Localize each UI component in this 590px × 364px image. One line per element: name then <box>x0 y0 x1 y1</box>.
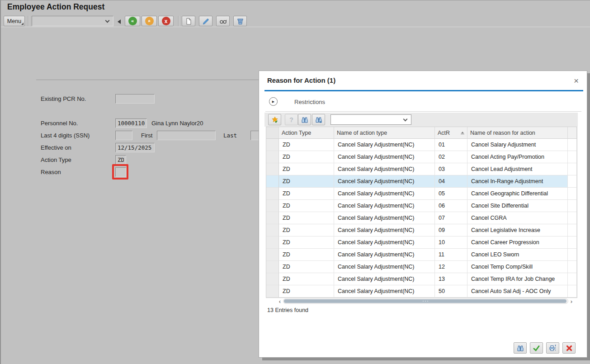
cell-reason[interactable]: Cancel In-Range Adjustment <box>467 175 568 188</box>
cell-action-name[interactable]: Cancel Salary Adjustment(NC) <box>334 188 435 200</box>
action-type-input[interactable] <box>115 155 126 165</box>
cell-action-name[interactable]: Cancel Salary Adjustment(NC) <box>334 224 435 236</box>
cell-actr[interactable]: 50 <box>435 285 467 298</box>
dialog-print-button[interactable] <box>546 342 559 354</box>
dialog-confirm-button[interactable] <box>530 342 543 354</box>
column-header-reason[interactable]: Name of reason for action <box>467 127 568 139</box>
command-field[interactable] <box>32 16 113 26</box>
cell-actr[interactable]: 12 <box>435 261 467 273</box>
column-header-actr[interactable]: ActR <box>435 127 467 139</box>
cell-actr[interactable]: 06 <box>435 200 467 212</box>
dialog-find-button[interactable] <box>514 342 527 354</box>
cell-reason[interactable]: Cancel CGRA <box>467 212 568 224</box>
cancel-button[interactable]: x <box>158 16 174 26</box>
column-header-action-type[interactable]: Action Type <box>279 127 334 139</box>
cell-action-name[interactable]: Cancel Salary Adjustment(NC) <box>334 163 435 175</box>
table-row[interactable]: ZD Cancel Salary Adjustment(NC) 11 Cance… <box>266 249 577 261</box>
select-all-header-cell[interactable] <box>266 127 279 139</box>
scrollbar-thumb[interactable] <box>284 299 566 303</box>
find-button[interactable] <box>298 114 311 125</box>
row-select-cell[interactable] <box>266 285 279 298</box>
cell-action-type[interactable]: ZD <box>279 224 334 236</box>
table-row[interactable]: ZD Cancel Salary Adjustment(NC) 02 Cance… <box>266 151 577 163</box>
row-select-cell[interactable] <box>266 273 279 285</box>
cell-reason[interactable]: Cancel Geographic Differential <box>467 188 568 200</box>
table-row[interactable]: ZD Cancel Salary Adjustment(NC) 50 Cance… <box>266 285 577 298</box>
find-next-button[interactable] <box>312 114 325 125</box>
cell-action-type[interactable]: ZD <box>279 151 334 163</box>
table-row[interactable]: ZD Cancel Salary Adjustment(NC) 03 Cance… <box>266 163 577 175</box>
row-select-cell[interactable] <box>266 200 279 212</box>
effective-on-input[interactable] <box>115 143 155 152</box>
cell-reason[interactable]: Cancel Acting Pay/Promotion <box>467 151 568 163</box>
row-select-cell[interactable] <box>266 236 279 249</box>
cell-action-type[interactable]: ZD <box>279 163 334 175</box>
cell-action-name[interactable]: Cancel Salary Adjustment(NC) <box>334 273 435 285</box>
delete-button[interactable] <box>233 16 247 26</box>
cell-action-name[interactable]: Cancel Salary Adjustment(NC) <box>334 261 435 273</box>
default-variant-button[interactable] <box>268 114 281 125</box>
menu-button[interactable]: Menu <box>4 16 25 26</box>
table-row[interactable]: ZD Cancel Salary Adjustment(NC) 05 Cance… <box>266 188 577 200</box>
cell-reason[interactable]: Cancel Career Progression <box>467 236 568 249</box>
cell-actr[interactable]: 13 <box>435 273 467 285</box>
row-select-cell[interactable] <box>266 224 279 236</box>
column-header-action-name[interactable]: Name of action type <box>334 127 435 139</box>
cell-action-type[interactable]: ZD <box>279 249 334 261</box>
scroll-left-icon[interactable]: ‹ <box>277 298 283 304</box>
cell-reason[interactable]: Cancel Temp IRA for Job Change <box>467 273 568 285</box>
table-row[interactable]: ZD Cancel Salary Adjustment(NC) 01 Cance… <box>266 139 577 151</box>
cell-action-type[interactable]: ZD <box>279 200 334 212</box>
cell-actr[interactable]: 01 <box>435 139 467 151</box>
cell-actr[interactable]: 10 <box>435 236 467 249</box>
cell-action-type[interactable]: ZD <box>279 139 334 151</box>
row-select-cell[interactable] <box>266 151 279 163</box>
cell-actr[interactable]: 02 <box>435 151 467 163</box>
cell-action-name[interactable]: Cancel Salary Adjustment(NC) <box>334 200 435 212</box>
cell-action-name[interactable]: Cancel Salary Adjustment(NC) <box>334 236 435 249</box>
cell-reason[interactable]: Cancel Auto Sal Adj - AOC Only <box>467 285 568 298</box>
cell-action-name[interactable]: Cancel Salary Adjustment(NC) <box>334 151 435 163</box>
first-name-input[interactable] <box>157 131 216 140</box>
row-select-cell[interactable] <box>266 188 279 200</box>
cell-actr[interactable]: 05 <box>435 188 467 200</box>
cell-action-name[interactable]: Cancel Salary Adjustment(NC) <box>334 139 435 151</box>
table-row[interactable]: ZD Cancel Salary Adjustment(NC) 13 Cance… <box>266 273 577 285</box>
scroll-right-icon[interactable]: › <box>568 298 575 304</box>
cell-reason[interactable]: Cancel Salary Adjustment <box>467 139 568 151</box>
dialog-cancel-button[interactable] <box>562 342 576 354</box>
cell-action-name[interactable]: Cancel Salary Adjustment(NC) <box>334 175 435 188</box>
cell-actr[interactable]: 03 <box>435 163 467 175</box>
cell-action-type[interactable]: ZD <box>279 175 334 188</box>
display-button[interactable] <box>216 16 230 26</box>
cell-action-name[interactable]: Cancel Salary Adjustment(NC) <box>334 212 435 224</box>
cell-action-name[interactable]: Cancel Salary Adjustment(NC) <box>334 285 435 298</box>
row-select-cell[interactable] <box>266 249 279 261</box>
personnel-no-input[interactable] <box>115 118 147 128</box>
table-row[interactable]: ZD Cancel Salary Adjustment(NC) 04 Cance… <box>266 175 577 188</box>
edit-button[interactable] <box>199 16 212 26</box>
cell-action-type[interactable]: ZD <box>279 188 334 200</box>
row-select-cell[interactable] <box>266 212 279 224</box>
restrictions-expander-button[interactable]: ▶ <box>269 97 278 106</box>
close-icon[interactable]: × <box>574 76 579 85</box>
cell-action-type[interactable]: ZD <box>279 285 334 298</box>
cell-action-type[interactable]: ZD <box>279 212 334 224</box>
row-select-cell[interactable] <box>266 139 279 151</box>
cell-actr[interactable]: 04 <box>435 175 467 188</box>
cell-action-type[interactable]: ZD <box>279 236 334 249</box>
table-row[interactable]: ZD Cancel Salary Adjustment(NC) 12 Cance… <box>266 261 577 273</box>
table-row[interactable]: ZD Cancel Salary Adjustment(NC) 09 Cance… <box>266 224 577 236</box>
existing-pcr-input[interactable] <box>115 94 155 104</box>
ssn-input[interactable] <box>115 131 132 140</box>
cell-reason[interactable]: Cancel Site Differential <box>467 200 568 212</box>
row-select-cell[interactable] <box>266 261 279 273</box>
table-row[interactable]: ZD Cancel Salary Adjustment(NC) 10 Cance… <box>266 236 577 249</box>
filter-combobox[interactable] <box>330 114 411 125</box>
cell-action-type[interactable]: ZD <box>279 261 334 273</box>
cell-reason[interactable]: Cancel Lead Adjustment <box>467 163 568 175</box>
row-select-cell[interactable] <box>266 175 279 188</box>
cell-action-name[interactable]: Cancel Salary Adjustment(NC) <box>334 249 435 261</box>
exit-button[interactable]: « <box>142 16 157 26</box>
cell-actr[interactable]: 09 <box>435 224 467 236</box>
